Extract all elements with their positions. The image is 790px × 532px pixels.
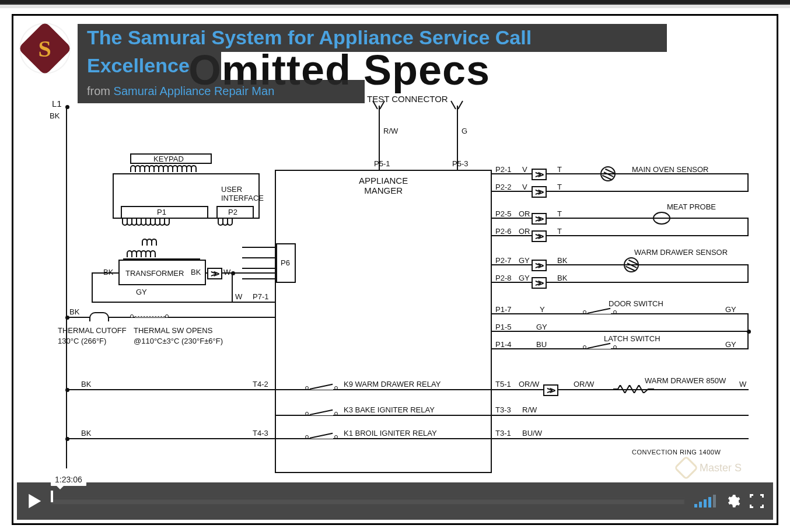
- label-thermal-cutoff-2: 130°C (266°F): [58, 337, 106, 345]
- browser-tab-strip: [0, 5, 790, 8]
- seek-track[interactable]: 1:23:06: [51, 493, 685, 509]
- volume-button[interactable]: [694, 495, 716, 508]
- wire: [492, 191, 749, 192]
- contact-icon: [165, 314, 169, 318]
- label-p2-5: P2-5: [495, 209, 511, 218]
- channel-logo[interactable]: S: [20, 24, 69, 73]
- label-g: G: [462, 127, 467, 135]
- p2-pins: [219, 219, 233, 226]
- label-p1: P1: [157, 208, 166, 216]
- video-title-line2[interactable]: Excellence: [87, 51, 199, 80]
- thermal-cutoff-icon: [89, 312, 109, 321]
- right-controls: [691, 494, 773, 509]
- label-rw: R/W: [383, 127, 398, 135]
- wire: [747, 218, 749, 236]
- seek-track-buffer: [51, 498, 685, 505]
- from-text: from: [87, 85, 114, 97]
- author-link[interactable]: Samurai Appliance Repair Man: [114, 85, 275, 97]
- sensor-icon: [600, 166, 616, 181]
- wire: [492, 173, 749, 174]
- label-thermal-sw-1: THERMAL SW OPENS: [134, 326, 212, 335]
- label-warm-drawer-sensor: WARM DRAWER SENSOR: [634, 248, 728, 257]
- wire: [92, 272, 93, 302]
- label-p2-2-v: V: [522, 183, 527, 191]
- wire: [242, 247, 275, 248]
- wire: [242, 268, 275, 269]
- label-p2-7-bk: BK: [557, 256, 567, 265]
- connector-icon: >>: [532, 230, 547, 242]
- gear-icon: [728, 495, 740, 508]
- node: [65, 437, 69, 441]
- seek-thumb[interactable]: [51, 491, 53, 502]
- box-appliance-manager: [275, 170, 492, 473]
- video-title-line1[interactable]: The Samurai System for Appliance Service…: [87, 23, 541, 52]
- label-test-connector: TEST CONNECTOR: [367, 94, 448, 104]
- label-p6: P6: [281, 258, 290, 267]
- contact-icon: [334, 412, 338, 415]
- label-p1-7: P1-7: [495, 305, 511, 314]
- contact-icon: [305, 435, 309, 439]
- wire: [450, 101, 456, 110]
- label-k3: K3 BAKE IGNITER RELAY: [344, 405, 435, 414]
- transformer-coil-top2: [143, 239, 157, 246]
- wire: [457, 101, 463, 110]
- resistor-icon: [613, 385, 654, 393]
- label-orw-b: OR/W: [574, 380, 594, 388]
- label-p5-3: P5-3: [452, 159, 468, 168]
- label-t5-1: T5-1: [495, 380, 511, 388]
- wire: [492, 264, 749, 265]
- video-title-row1: The Samurai System for Appliance Service…: [78, 24, 667, 52]
- connector-icon: >>: [543, 384, 558, 396]
- wire: [492, 313, 749, 314]
- label-p1-4: P1-4: [495, 340, 511, 349]
- label-p2-8-gy: GY: [519, 274, 530, 282]
- label-user-interface: USER INTERFACE: [221, 185, 264, 202]
- label-p1-5: P1-5: [495, 323, 511, 331]
- label-thermal-bk: BK: [69, 307, 79, 316]
- node: [65, 316, 69, 320]
- label-row3-buw: BU/W: [522, 429, 542, 438]
- label-t3-1: T3-1: [495, 429, 511, 438]
- label-p2-1: P2-1: [495, 165, 511, 174]
- label-p2-2: P2-2: [495, 183, 511, 191]
- label-transformer: TRANSFORMER: [125, 269, 184, 278]
- label-row3-bk: BK: [81, 429, 91, 438]
- wire: [123, 258, 200, 260]
- fullscreen-button[interactable]: [750, 494, 764, 508]
- label-p2-5-or: OR: [519, 209, 530, 218]
- wire: [747, 173, 749, 192]
- logo-letter: S: [39, 35, 51, 62]
- label-p2-7-gy: GY: [519, 256, 530, 265]
- label-t3-3: T3-3: [495, 405, 511, 414]
- wire: [242, 278, 275, 279]
- label-convection: CONVECTION RING 1400W: [632, 449, 721, 456]
- wire: [492, 218, 749, 219]
- keypad-pins: [131, 165, 225, 172]
- label-p2-6-t: T: [557, 227, 562, 236]
- label-k1: K1 BROIL IGNITER RELAY: [344, 429, 437, 438]
- svg-marker-0: [29, 494, 41, 509]
- contact-icon: [583, 345, 586, 349]
- p1-pins: [123, 219, 170, 226]
- label-orw-a: OR/W: [519, 380, 539, 388]
- contact-icon: [305, 412, 309, 415]
- fullscreen-icon: [760, 494, 764, 498]
- label-t4-3: T4-3: [253, 429, 268, 438]
- label-p2-5-t: T: [557, 209, 562, 218]
- label-p2: P2: [228, 208, 237, 216]
- connector-icon: >>: [532, 277, 547, 289]
- label-p2-1-t: T: [557, 165, 562, 174]
- video-title-row2: Excellence: [78, 52, 221, 80]
- play-button[interactable]: [17, 482, 51, 520]
- label-k9: K9 WARM DRAWER RELAY: [344, 380, 441, 388]
- play-icon: [26, 493, 42, 509]
- fullscreen-icon: [760, 505, 764, 508]
- label-p1-4-gy: GY: [725, 340, 736, 349]
- contact-icon: [613, 310, 617, 314]
- settings-button[interactable]: [725, 494, 740, 509]
- label-p2-6-or: OR: [519, 227, 530, 236]
- label-p1-5-gy: GY: [536, 323, 547, 331]
- wire: [747, 264, 749, 283]
- probe-icon: [653, 212, 670, 225]
- connector-icon: >>: [207, 268, 222, 279]
